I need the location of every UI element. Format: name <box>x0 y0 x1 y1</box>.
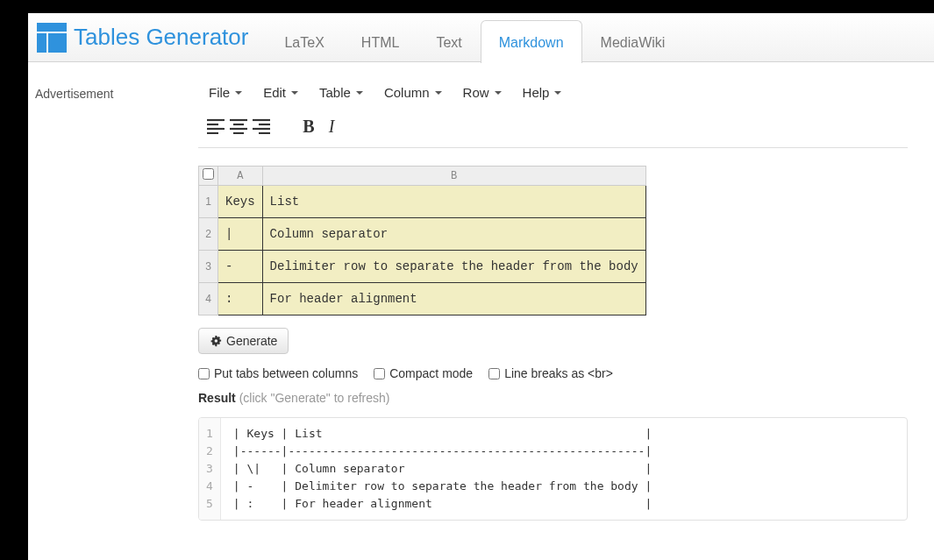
col-header-b[interactable]: B <box>262 167 645 186</box>
br-checkbox[interactable] <box>488 368 500 379</box>
tab-mediawiki[interactable]: MediaWiki <box>582 20 684 63</box>
generate-label: Generate <box>226 334 277 348</box>
cell[interactable]: Column separator <box>262 218 645 251</box>
cell[interactable]: Delimiter row to separate the header fro… <box>262 251 645 283</box>
menu-column[interactable]: Column <box>374 78 453 107</box>
cell[interactable]: | <box>218 218 263 251</box>
menu-help[interactable]: Help <box>512 78 573 107</box>
result-label: Result <box>198 391 236 405</box>
tab-latex[interactable]: LaTeX <box>266 20 342 63</box>
format-tabs: LaTeX HTML Text Markdown MediaWiki <box>266 13 683 62</box>
align-right-icon <box>253 118 270 134</box>
result-heading: Result (click "Generate" to refresh) <box>198 391 908 405</box>
italic-button[interactable]: I <box>321 116 342 137</box>
align-center-icon <box>230 118 247 134</box>
cell[interactable]: Keys <box>218 186 263 218</box>
menu-table[interactable]: Table <box>309 78 374 107</box>
select-all-corner[interactable] <box>199 167 218 186</box>
table-row: 3 - Delimiter row to separate the header… <box>199 251 646 283</box>
tabs-checkbox[interactable] <box>198 368 210 379</box>
svg-rect-2 <box>48 33 67 53</box>
spreadsheet[interactable]: A B 1 Keys List 2 | Column separator 3 -… <box>198 166 646 315</box>
result-code[interactable]: 12345 | Keys | List | |------|----------… <box>198 417 908 521</box>
menu-edit[interactable]: Edit <box>253 78 309 107</box>
align-right-button[interactable] <box>251 116 272 137</box>
compact-checkbox[interactable] <box>374 368 385 379</box>
bold-button[interactable]: B <box>298 116 319 137</box>
cell[interactable]: List <box>262 186 645 218</box>
table-row: 1 Keys List <box>199 186 646 218</box>
caret-icon <box>291 91 298 95</box>
caret-icon <box>235 91 242 95</box>
logo[interactable]: Tables Generator <box>37 23 248 53</box>
options-row: Put tabs between columns Compact mode Li… <box>198 366 908 380</box>
generate-button[interactable]: Generate <box>198 328 289 354</box>
row-header[interactable]: 3 <box>199 251 218 283</box>
col-header-a[interactable]: A <box>218 167 263 186</box>
code-content[interactable]: | Keys | List | |------|----------------… <box>221 418 907 520</box>
svg-rect-0 <box>37 23 67 32</box>
cell[interactable]: For header alignment <box>262 283 645 315</box>
align-center-button[interactable] <box>228 116 249 137</box>
table-logo-icon <box>37 23 67 53</box>
svg-rect-1 <box>37 33 46 53</box>
table-row: 2 | Column separator <box>199 218 646 251</box>
tab-markdown[interactable]: Markdown <box>481 20 582 63</box>
select-all-checkbox[interactable] <box>203 168 214 180</box>
line-numbers: 12345 <box>199 418 221 520</box>
tab-html[interactable]: HTML <box>343 20 418 63</box>
table-row: 4 : For header alignment <box>199 283 646 315</box>
sidebar-ad: Advertisement <box>28 62 198 521</box>
caret-icon <box>554 91 561 95</box>
toolbar: B I <box>198 112 908 148</box>
align-left-button[interactable] <box>205 116 226 137</box>
option-tabs[interactable]: Put tabs between columns <box>198 366 358 380</box>
cell[interactable]: : <box>218 283 263 315</box>
caret-icon <box>356 91 363 95</box>
row-header[interactable]: 2 <box>199 218 218 251</box>
menubar: File Edit Table Column Row Help <box>198 73 908 112</box>
option-compact[interactable]: Compact mode <box>374 366 473 380</box>
logo-text: Tables Generator <box>74 24 248 51</box>
menu-row[interactable]: Row <box>453 78 512 107</box>
row-header[interactable]: 1 <box>199 186 218 218</box>
menu-file[interactable]: File <box>198 78 253 107</box>
ad-label: Advertisement <box>35 87 113 101</box>
tab-text[interactable]: Text <box>417 20 480 63</box>
gears-icon <box>210 335 222 347</box>
caret-icon <box>495 91 502 95</box>
align-left-icon <box>207 118 225 134</box>
cell[interactable]: - <box>218 251 263 283</box>
option-br[interactable]: Line breaks as <br> <box>488 366 613 380</box>
result-hint: (click "Generate" to refresh) <box>239 391 390 405</box>
top-navbar: Tables Generator LaTeX HTML Text Markdow… <box>28 13 934 62</box>
caret-icon <box>435 91 442 95</box>
row-header[interactable]: 4 <box>199 283 218 315</box>
